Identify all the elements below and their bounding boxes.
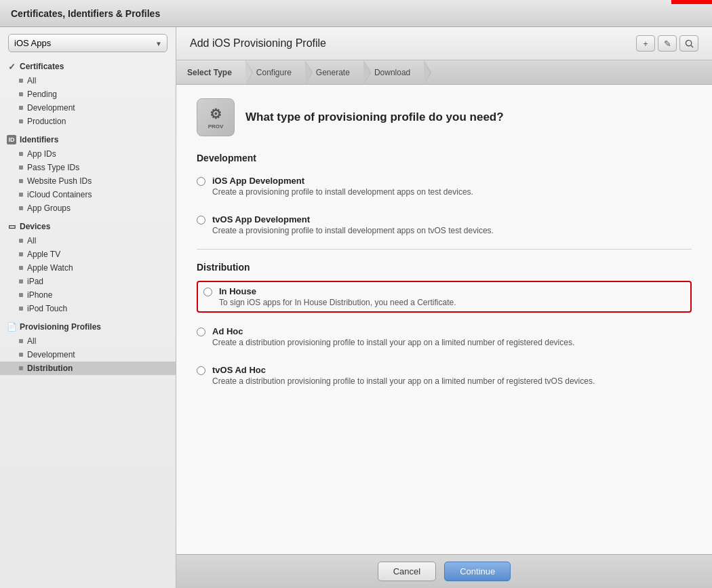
sidebar-item-apple-tv[interactable]: Apple TV (0, 248, 176, 261)
sidebar-item-certs-all[interactable]: All (0, 74, 176, 87)
tvos-ad-hoc-content: tvOS Ad Hoc Create a distribution provis… (212, 365, 595, 386)
main-container: iOS Apps macOS tvOS watchOS ▼ ✓ Certific… (0, 27, 712, 588)
dot-icon (19, 252, 23, 256)
sidebar-item-apple-watch[interactable]: Apple Watch (0, 261, 176, 275)
dot-icon (19, 106, 23, 110)
step-select-type[interactable]: Select Type (176, 60, 245, 84)
content-header: Add iOS Provisioning Profile + ✎ (176, 27, 712, 60)
in-house-desc: To sign iOS apps for In House Distributi… (219, 298, 456, 307)
app-title: Certificates, Identifiers & Profiles (11, 8, 160, 19)
sidebar-item-ipad[interactable]: iPad (0, 275, 176, 288)
dot-icon (19, 239, 23, 243)
sidebar-item-app-ids[interactable]: App IDs (0, 147, 176, 161)
bottom-bar: Cancel Continue (176, 554, 712, 588)
identifiers-header: ID Identifiers (0, 132, 176, 147)
edit-button[interactable]: ✎ (658, 35, 677, 52)
devices-icon: ▭ (7, 222, 16, 231)
step-download-label: Download (374, 68, 410, 77)
radio-option-ios-app-development[interactable]: iOS App Development Create a provisionin… (197, 172, 692, 201)
dot-icon (19, 206, 23, 210)
tvos-ad-hoc-radio[interactable] (197, 366, 205, 375)
dot-icon (19, 165, 23, 170)
ad-hoc-label[interactable]: Ad Hoc (212, 326, 243, 336)
icloud-containers-label: iCloud Containers (27, 190, 92, 199)
dot-icon (19, 266, 23, 270)
devices-all-label: All (27, 236, 36, 246)
website-push-ids-label: Website Push IDs (27, 176, 92, 186)
step-generate-label: Generate (316, 68, 350, 77)
sidebar-section-certificates: ✓ Certificates All Pending Development P… (0, 59, 176, 128)
sidebar-item-website-push-ids[interactable]: Website Push IDs (0, 174, 176, 188)
in-house-label[interactable]: In House (219, 286, 256, 296)
dot-icon (19, 307, 23, 311)
identifiers-icon: ID (7, 135, 16, 144)
platform-select[interactable]: iOS Apps macOS tvOS watchOS (8, 34, 167, 52)
sidebar-item-ipod-touch[interactable]: iPod Touch (0, 302, 176, 315)
sidebar-item-profiles-distribution[interactable]: Distribution (0, 361, 176, 375)
sidebar-section-devices: ▭ Devices All Apple TV Apple Watch iPad (0, 219, 176, 315)
certs-pending-label: Pending (27, 90, 57, 99)
sidebar-item-certs-production[interactable]: Production (0, 115, 176, 128)
certificates-header: ✓ Certificates (0, 59, 176, 74)
dot-icon (19, 119, 23, 123)
radio-option-in-house[interactable]: In House To sign iOS apps for In House D… (203, 286, 685, 307)
step-configure: Configure (245, 60, 305, 84)
provisioning-icon: 📄 (7, 322, 16, 332)
step-download: Download (363, 60, 424, 84)
tvos-app-development-label[interactable]: tvOS App Development (212, 214, 310, 224)
sidebar-item-app-groups[interactable]: App Groups (0, 201, 176, 215)
sidebar-item-profiles-all[interactable]: All (0, 334, 176, 348)
pass-type-ids-label: Pass Type IDs (27, 163, 79, 172)
apple-watch-label: Apple Watch (27, 263, 73, 273)
sidebar-section-identifiers: ID Identifiers App IDs Pass Type IDs Web… (0, 132, 176, 215)
dot-icon (19, 193, 23, 197)
certs-all-label: All (27, 76, 36, 85)
devices-header: ▭ Devices (0, 219, 176, 234)
dot-icon (19, 179, 23, 183)
tvos-ad-hoc-label[interactable]: tvOS Ad Hoc (212, 365, 266, 375)
ad-hoc-content: Ad Hoc Create a distribution provisionin… (212, 326, 574, 347)
ipad-label: iPad (27, 277, 43, 286)
ios-app-development-label[interactable]: iOS App Development (212, 176, 304, 186)
certs-development-label: Development (27, 103, 75, 113)
profiles-distribution-label: Distribution (27, 364, 73, 373)
continue-button[interactable]: Continue (444, 562, 511, 581)
dot-icon (19, 353, 23, 357)
sidebar-item-icloud-containers[interactable]: iCloud Containers (0, 188, 176, 201)
provisioning-label: Provisioning Profiles (20, 322, 101, 332)
radio-option-tvos-app-development[interactable]: tvOS App Development Create a provisioni… (197, 210, 692, 239)
development-section-label: Development (197, 153, 692, 163)
step-select-type-label: Select Type (187, 68, 232, 77)
search-button[interactable] (679, 35, 698, 52)
tvos-app-development-content: tvOS App Development Create a provisioni… (212, 214, 494, 235)
radio-option-tvos-ad-hoc[interactable]: tvOS Ad Hoc Create a distribution provis… (197, 361, 692, 390)
devices-label: Devices (20, 222, 50, 231)
tvos-app-development-desc: Create a provisioning profile to install… (212, 226, 494, 235)
ios-app-development-radio[interactable] (197, 177, 205, 186)
tvos-ad-hoc-desc: Create a distribution provisioning profi… (212, 376, 595, 386)
certificates-icon: ✓ (7, 62, 16, 71)
step-generate: Generate (305, 60, 363, 84)
sidebar: iOS Apps macOS tvOS watchOS ▼ ✓ Certific… (0, 27, 176, 588)
sidebar-item-profiles-development[interactable]: Development (0, 348, 176, 361)
ad-hoc-radio[interactable] (197, 328, 205, 336)
radio-option-ad-hoc[interactable]: Ad Hoc Create a distribution provisionin… (197, 322, 692, 351)
add-button[interactable]: + (636, 35, 655, 52)
ipod-touch-label: iPod Touch (27, 304, 67, 313)
ios-apps-dropdown-wrapper[interactable]: iOS Apps macOS tvOS watchOS ▼ (8, 34, 167, 52)
svg-line-1 (690, 45, 692, 47)
ad-hoc-desc: Create a distribution provisioning profi… (212, 338, 574, 347)
steps-bar: Select Type Configure Generate Download (176, 60, 712, 85)
svg-point-0 (686, 40, 691, 45)
content-title: Add iOS Provisioning Profile (190, 37, 326, 50)
sidebar-item-certs-development[interactable]: Development (0, 101, 176, 115)
certificates-label: Certificates (20, 62, 64, 71)
in-house-radio[interactable] (203, 288, 212, 296)
cancel-button[interactable]: Cancel (378, 562, 436, 581)
sidebar-item-pass-type-ids[interactable]: Pass Type IDs (0, 161, 176, 174)
tvos-app-development-radio[interactable] (197, 216, 205, 224)
sidebar-item-devices-all[interactable]: All (0, 234, 176, 248)
sidebar-item-certs-pending[interactable]: Pending (0, 87, 176, 101)
sidebar-item-iphone[interactable]: iPhone (0, 288, 176, 302)
ios-app-development-content: iOS App Development Create a provisionin… (212, 176, 473, 197)
